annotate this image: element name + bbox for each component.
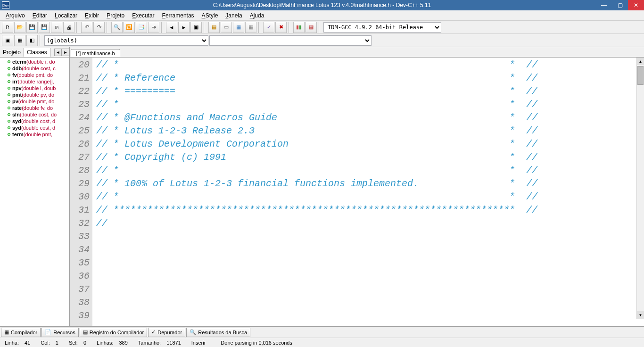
method-icon [8, 74, 10, 76]
class-item-ddb[interactable]: ddb (double cost, c [0, 65, 69, 72]
menu-projeto[interactable]: Projeto [103, 11, 128, 20]
sidebar-scroll-left-icon[interactable]: ◄ [54, 49, 62, 56]
debug-log-icon[interactable]: ▦ [305, 22, 317, 33]
class-item-syd[interactable]: syd (double cost, d [0, 118, 69, 124]
vertical-scrollbar[interactable]: ▲ ▼ [636, 58, 644, 319]
bottom-tab-1[interactable]: 📄Recursos [41, 328, 78, 337]
cancel-icon[interactable]: ✖ [275, 22, 287, 33]
method-icon [8, 133, 10, 136]
new-project-icon[interactable]: ▣ [2, 35, 13, 46]
menu-exibir[interactable]: Exibir [81, 11, 103, 20]
tab-label: Recursos [53, 330, 75, 335]
class-item-npv[interactable]: npv (double i, doub [0, 85, 69, 91]
tab-icon: ✓ [151, 329, 156, 335]
class-item-pmt[interactable]: pmt (double pv, do [0, 91, 69, 98]
scope-selector[interactable]: (globals) [44, 35, 208, 46]
print-icon[interactable]: 🖨 [63, 22, 74, 33]
status-line-label: Linha: [2, 340, 22, 346]
sidebar-scroll-right-icon[interactable]: ► [62, 49, 69, 56]
class-item-term[interactable]: term (double pmt, [0, 131, 69, 138]
rebuild-icon[interactable]: ▦ [245, 22, 256, 33]
toolbar-separator [107, 22, 109, 33]
menu-editar[interactable]: Editar [29, 11, 51, 20]
bottom-tab-2[interactable]: ▤Registro do Compilador [80, 328, 148, 337]
open-file-icon[interactable]: 📂 [14, 22, 25, 33]
method-icon [8, 120, 10, 123]
bottom-tabs: ▦Compilador📄Recursos▤Registro do Compila… [0, 326, 644, 338]
tab-label: Registro do Compilador [90, 330, 144, 335]
back-icon[interactable]: ◄ [166, 22, 177, 33]
tab-icon: 📄 [45, 329, 51, 335]
status-size-label: Tamanho: [135, 340, 164, 346]
editor-body[interactable]: 20 21 22 23 24 25 26 27 28 29 30 31 32 3… [70, 58, 644, 326]
menu-ajuda[interactable]: Ajuda [246, 11, 268, 20]
status-lines-value: 389 [116, 340, 131, 346]
class-item-sln[interactable]: sln (double cost, do [0, 111, 69, 118]
undo-icon[interactable]: ↶ [81, 22, 92, 33]
sidebar-tab-project[interactable]: Projeto [0, 48, 24, 57]
save-icon[interactable]: 💾 [26, 22, 38, 33]
compile-run-icon[interactable]: ▦ [233, 22, 244, 33]
maximize-button[interactable]: ▢ [612, 0, 628, 10]
titlebar: Dev C:\Users\Augusto\Desktop\MathFinance… [0, 0, 644, 10]
find-files-icon[interactable]: 📑 [136, 22, 147, 33]
member-selector[interactable] [209, 35, 372, 46]
class-item-pv[interactable]: pv (double pmt, do [0, 98, 69, 105]
scroll-up-icon[interactable]: ▲ [637, 58, 644, 65]
save-all-icon[interactable]: 💾 [39, 22, 50, 33]
close-button[interactable]: ✕ [628, 0, 644, 10]
bottom-tab-3[interactable]: ✓Depurador [148, 328, 185, 337]
compile-icon[interactable]: ▦ [208, 22, 220, 33]
close-file-icon[interactable]: ⎚ [51, 22, 62, 33]
toggle-icon[interactable]: ◧ [26, 35, 38, 46]
status-lines-label: Linhas: [94, 340, 116, 346]
editor-tab[interactable]: [*] mathfinance.h [71, 49, 120, 57]
status-col-value: 1 [53, 340, 61, 346]
scroll-thumb[interactable] [637, 66, 644, 85]
main-area: Projeto Classes ◄ ► cterm (double i, dod… [0, 47, 644, 326]
sidebar-tabs: Projeto Classes ◄ ► [0, 47, 69, 58]
menu-executar[interactable]: Executar [128, 11, 158, 20]
code-area[interactable]: // * * // // * Reference * // // * =====… [92, 58, 644, 326]
editor: [*] mathfinance.h 20 21 22 23 24 25 26 2… [70, 47, 644, 326]
sidebar-tab-classes[interactable]: Classes [24, 48, 50, 57]
check-icon[interactable]: ✓ [263, 22, 274, 33]
status-parse: Done parsing in 0,016 seconds [218, 340, 295, 346]
method-icon [8, 80, 10, 83]
bottom-tab-0[interactable]: ▦Compilador [1, 328, 41, 337]
class-item-syd[interactable]: syd (double cost, d [0, 124, 69, 131]
toolbar-main: 🗋 📂 💾 💾 ⎚ 🖨 ↶ ↷ 🔍 🔁 📑 ➔ ◄ ► ▣ ▦ ▭ ▦ ▦ ✓ … [0, 21, 644, 34]
class-item-cterm[interactable]: cterm (double i, do [0, 58, 69, 65]
menu-astyle[interactable]: AStyle [198, 11, 222, 20]
app-icon: Dev [2, 1, 9, 9]
class-item-fv[interactable]: fv (double pmt, do [0, 72, 69, 78]
bookmark-icon[interactable]: ▣ [190, 22, 202, 33]
run-icon[interactable]: ▭ [221, 22, 232, 33]
goto-icon[interactable]: ➔ [148, 22, 159, 33]
method-icon [8, 107, 10, 109]
toolbar-separator [258, 22, 261, 33]
find-icon[interactable]: 🔍 [111, 22, 123, 33]
menu-janela[interactable]: Janela [222, 11, 246, 20]
scroll-down-icon[interactable]: ▼ [637, 311, 644, 319]
menubar: ArquivoEditarLocalizarExibirProjetoExecu… [0, 10, 644, 21]
new-file-icon[interactable]: 🗋 [2, 22, 13, 33]
tab-label: Resultados da Busca [198, 330, 247, 335]
forward-icon[interactable]: ► [178, 22, 190, 33]
redo-icon[interactable]: ↷ [93, 22, 105, 33]
profile-icon[interactable]: ▮▮ [293, 22, 305, 33]
menu-arquivo[interactable]: Arquivo [2, 11, 29, 20]
menu-localizar[interactable]: Localizar [51, 11, 81, 20]
tab-label: Compilador [11, 330, 37, 335]
method-icon [8, 87, 10, 90]
class-item-irr[interactable]: irr (double range[], [0, 78, 69, 85]
insert-icon[interactable]: ▦ [14, 35, 25, 46]
replace-icon[interactable]: 🔁 [124, 22, 135, 33]
compiler-selector[interactable]: TDM-GCC 4.9.2 64-bit Release [323, 22, 441, 33]
class-item-rate[interactable]: rate (double fv, do [0, 105, 69, 111]
menu-ferramentas[interactable]: Ferramentas [158, 11, 198, 20]
minimize-button[interactable]: — [596, 0, 612, 10]
method-icon [8, 93, 10, 96]
bottom-tab-4[interactable]: 🔍Resultados da Busca [186, 328, 250, 337]
toolbar-separator [204, 22, 206, 33]
